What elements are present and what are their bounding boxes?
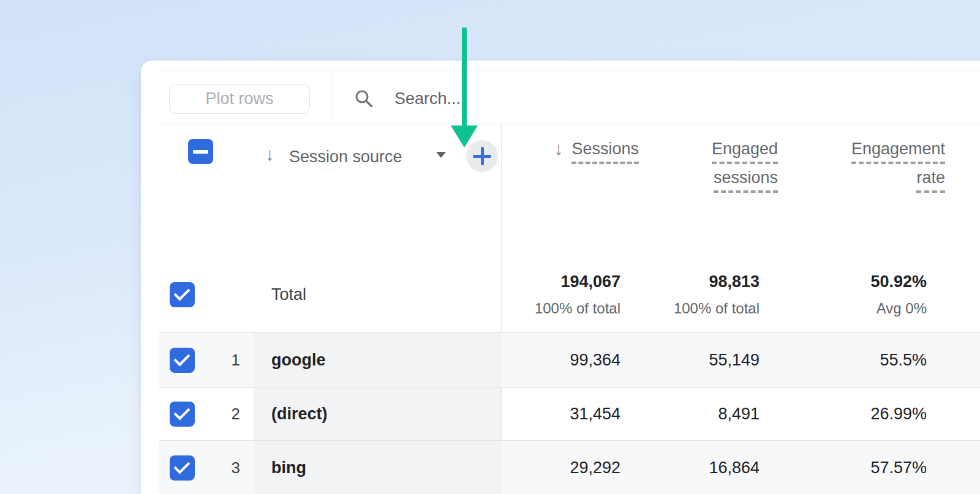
table-row-google[interactable]: 1 google 99,364 55,149 55.5% <box>159 333 980 387</box>
sessions-value: 31,454 <box>501 388 620 440</box>
annotation-arrow-head <box>451 125 478 148</box>
row-checkbox[interactable] <box>170 402 195 427</box>
select-all-checkbox[interactable] <box>188 139 213 164</box>
sessions-value: 99,364 <box>501 333 620 387</box>
column-header-engaged-sessions[interactable]: Engaged sessions <box>639 141 778 193</box>
column-header-sessions-label: Sessions <box>571 141 639 164</box>
total-engaged-subtext: 100% of total <box>674 300 760 317</box>
toolbar-divider <box>333 70 333 124</box>
plot-rows-button[interactable]: Plot rows <box>169 84 310 114</box>
engagement-rate-value: 55.5% <box>760 333 927 387</box>
column-header-engaged-line2: sessions <box>714 170 778 193</box>
sessions-value: 29,292 <box>501 441 620 494</box>
total-engagement-rate: 50.92% Avg 0% <box>760 257 927 332</box>
annotation-arrow-line <box>462 28 467 126</box>
total-rate-value: 50.92% <box>870 272 927 291</box>
table-row-direct[interactable]: 2 (direct) 31,454 8,491 26.99% <box>159 388 980 440</box>
row-index: 1 <box>232 351 254 370</box>
dimension-sort-icon: ↓ <box>265 145 274 163</box>
engaged-sessions-value: 55,149 <box>620 333 760 387</box>
session-source-value: google <box>254 333 501 387</box>
column-header-rate-line2: rate <box>916 170 945 193</box>
search-placeholder: Search... <box>394 89 461 108</box>
dimension-header-label[interactable]: Session source <box>289 148 402 167</box>
session-source-value: bing <box>254 441 501 494</box>
column-header-rate-line1: Engagement <box>851 141 945 164</box>
table-header-row: ↓ Session source ↓ Sessions Engaged sess… <box>159 124 980 257</box>
engaged-sessions-value: 8,491 <box>620 388 760 440</box>
total-engaged-value: 98,813 <box>709 272 760 291</box>
session-source-value: (direct) <box>254 388 501 440</box>
row-checkbox[interactable] <box>170 455 195 481</box>
column-header-engagement-rate[interactable]: Engagement rate <box>778 141 945 193</box>
row-index: 2 <box>232 405 254 424</box>
column-header-engaged-line1: Engaged <box>712 141 778 164</box>
row-index: 3 <box>232 458 254 477</box>
toolbar-top-divider <box>159 70 980 70</box>
column-header-sessions[interactable]: ↓ Sessions <box>519 141 639 164</box>
total-row-checkbox[interactable] <box>170 282 195 307</box>
total-row: Total 194,067 100% of total 98,813 100% … <box>159 257 980 332</box>
total-rate-subtext: Avg 0% <box>876 300 927 317</box>
total-sessions: 194,067 100% of total <box>501 257 620 332</box>
search-input[interactable]: Search... <box>354 79 461 118</box>
search-icon <box>354 89 374 108</box>
engagement-rate-value: 57.57% <box>760 441 927 494</box>
sessions-sort-icon: ↓ <box>554 140 563 158</box>
total-sessions-subtext: 100% of total <box>535 300 620 317</box>
total-engaged-sessions: 98,813 100% of total <box>620 257 760 332</box>
table-row-bing[interactable]: 3 bing 29,292 16,864 57.57% <box>159 441 980 494</box>
engaged-sessions-value: 16,864 <box>620 441 760 494</box>
total-sessions-value: 194,067 <box>560 272 620 291</box>
chevron-down-icon[interactable] <box>436 152 446 158</box>
total-label: Total <box>254 257 501 332</box>
engagement-rate-value: 26.99% <box>760 388 927 440</box>
analytics-table-card: Plot rows Search... ↓ Session source ↓ S… <box>141 61 980 494</box>
row-checkbox[interactable] <box>170 348 195 373</box>
